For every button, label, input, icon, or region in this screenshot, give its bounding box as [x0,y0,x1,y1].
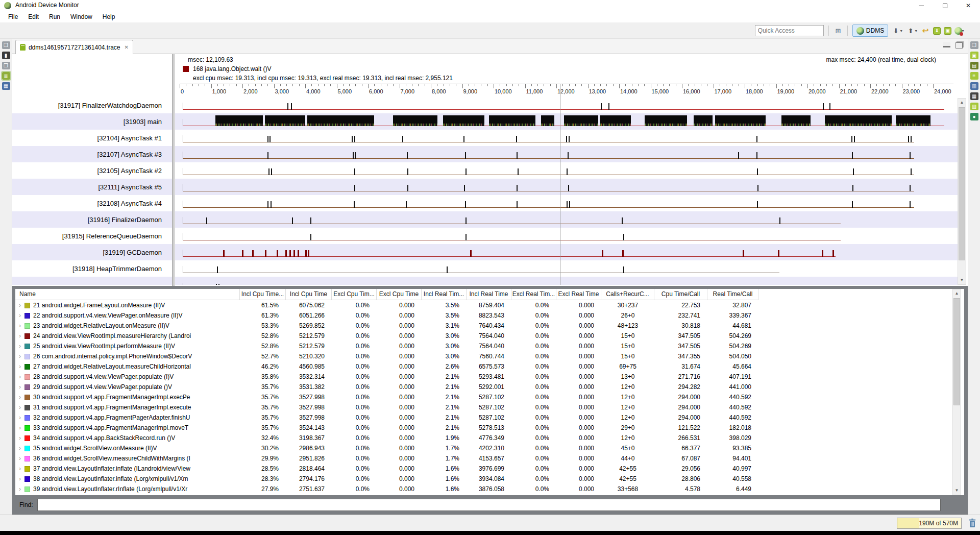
thread-row[interactable]: [31915] ReferenceQueueDaemon [12,228,958,244]
file-explorer-icon[interactable]: ▧ [970,103,978,110]
android-screenshot-icon[interactable]: ▣ [944,27,951,35]
threads-view-icon[interactable]: ≣ [2,72,10,80]
thread-row[interactable]: [31903] main [12,113,958,130]
table-row[interactable]: ›34 android.support.v4.app.BackStackReco… [15,433,964,443]
minimize-button[interactable] [910,0,933,11]
expander-icon[interactable]: › [15,372,24,382]
thread-row[interactable]: [32105] AsyncTask #2 [12,162,958,179]
thread-row[interactable]: [32111] AsyncTask #5 [12,179,958,195]
maximize-editor-icon[interactable] [955,42,963,48]
expander-icon[interactable]: › [15,331,24,341]
table-row[interactable]: ›27 android.widget.RelativeLayout.measur… [15,361,964,372]
expander-icon[interactable]: › [15,433,24,443]
logcat-icon[interactable]: ≡ [970,72,978,80]
column-header-incl_cpu_pct[interactable]: Incl Cpu Time... [240,289,286,300]
table-row[interactable]: ›35 android.widget.ScrollView.onMeasure … [15,443,964,453]
expander-icon[interactable]: › [15,412,24,423]
column-header-cpu_per_call[interactable]: Cpu Time/Call [654,289,707,300]
table-row[interactable]: ›37 android.view.LayoutInflater.inflate … [15,464,964,474]
thread-row[interactable]: [31918] HeapTrimmerDaemon [12,260,958,277]
expander-icon[interactable]: › [15,484,24,494]
thread-row[interactable]: [32108] AsyncTask #4 [12,195,958,211]
expander-icon[interactable]: › [15,382,24,392]
menu-run[interactable]: Run [44,12,65,21]
scroll-down-icon[interactable]: ▼ [958,276,966,284]
thread-row[interactable]: [31919] GCDaemon [12,244,958,260]
restore-pane-icon[interactable]: ❐ [970,41,978,49]
quick-access-input[interactable] [755,25,824,36]
column-header-excl_real_pct[interactable]: Excl Real Tim... [511,289,556,300]
table-scrollbar[interactable]: ▲ ▼ [952,289,961,495]
table-row[interactable]: ›30 android.support.v4.app.FragmentManag… [15,392,964,402]
table-row[interactable]: ›32 android.support.v4.app.FragmentPager… [15,412,964,423]
thread-row[interactable]: [31916] FinalizerDaemon [12,211,958,228]
column-header-calls[interactable]: Calls+RecurC... [601,289,654,300]
expander-icon[interactable]: › [15,310,24,321]
menu-edit[interactable]: Edit [23,12,44,21]
scroll-up-icon[interactable]: ▲ [953,289,961,298]
thread-row[interactable] [12,277,958,285]
table-row[interactable]: ›22 android.support.v4.view.ViewPager.on… [15,310,964,321]
restore-pane-icon[interactable]: ❐ [2,41,10,49]
table-row[interactable]: ›28 android.support.v4.view.ViewPager.po… [15,372,964,382]
expander-icon[interactable]: › [15,474,24,484]
scroll-up-icon[interactable]: ▲ [958,99,966,107]
table-row[interactable]: ›26 com.android.internal.policy.impl.Pho… [15,351,964,361]
trace-file-tab[interactable]: ddms146195717271361404.trace ✕ [15,40,133,54]
expander-icon[interactable]: › [15,351,24,361]
expander-icon[interactable]: › [15,321,24,331]
ddms-perspective-button[interactable]: DDMS [852,25,888,37]
minimize-editor-icon[interactable] [943,42,950,47]
table-row[interactable]: ›23 android.widget.RelativeLayout.onMeas… [15,321,964,331]
table-row[interactable]: ›31 android.support.v4.app.FragmentManag… [15,402,964,412]
expander-icon[interactable]: › [15,402,24,412]
heap-view-icon[interactable]: ▦ [2,82,10,90]
scrollbar-thumb[interactable] [959,107,965,260]
timeline-ruler[interactable]: 01,0002,0003,0004,0005,0006,0007,0008,00… [12,83,968,97]
expander-icon[interactable]: › [15,453,24,464]
maximize-button[interactable] [933,0,957,11]
device-view-icon[interactable]: ▮ [2,52,10,59]
allocation-tracker-icon[interactable]: ● [970,113,978,120]
find-input[interactable] [37,499,941,511]
column-header-incl_real[interactable]: Incl Real Time [467,289,511,300]
expander-icon[interactable]: › [15,300,24,310]
network-stats-icon[interactable]: ▦ [970,92,978,100]
column-header-incl_cpu[interactable]: Incl Cpu Time [286,289,332,300]
column-header-excl_cpu[interactable]: Excl Cpu Time [377,289,422,300]
column-header-name[interactable]: Name [15,289,240,300]
column-header-incl_real_pct[interactable]: Incl Real Tim... [422,289,467,300]
thread-row[interactable]: [31917] FinalizerWatchdogDaemon [12,97,958,113]
menu-file[interactable]: File [3,12,23,21]
expander-icon[interactable]: › [15,443,24,453]
emulator-control-icon[interactable]: ▤ [970,62,978,69]
expander-icon[interactable]: › [15,423,24,433]
table-row[interactable]: ›21 android.widget.FrameLayout.onMeasure… [15,300,964,310]
open-perspective-icon[interactable]: ⊞ [834,26,843,35]
column-header-real_per_call[interactable]: Real Time/Call [707,289,758,300]
run-icon[interactable] [954,27,962,35]
expander-icon[interactable]: › [15,361,24,372]
thread-row[interactable]: [32107] AsyncTask #3 [12,146,958,162]
table-row[interactable]: ›39 android.view.LayoutInflater.rInflate… [15,484,964,494]
console-icon[interactable]: ▥ [970,82,978,90]
table-row[interactable]: ›25 android.view.ViewRootImpl.performMea… [15,341,964,351]
expander-icon[interactable]: › [15,392,24,402]
back-arrow-icon[interactable]: ↩ [921,26,930,35]
column-header-excl_real[interactable]: Excl Real Time [556,289,601,300]
table-row[interactable]: ›24 android.view.ViewRootImpl.measureHie… [15,331,964,341]
names-column-separator[interactable] [172,54,175,286]
chevron-down-icon[interactable]: ▼ [914,29,918,33]
menu-help[interactable]: Help [97,12,120,21]
android-download-icon[interactable]: ⬇ [933,27,941,35]
expander-icon[interactable]: › [15,341,24,351]
tab-close-icon[interactable]: ✕ [123,44,128,50]
table-row[interactable]: ›29 android.support.v4.view.ViewPager.po… [15,382,964,392]
table-row[interactable]: ›38 android.view.LayoutInflater.inflate … [15,474,964,484]
scrollbar-thumb[interactable] [953,298,960,405]
scroll-down-icon[interactable]: ▼ [953,487,961,495]
timeline-scrollbar[interactable]: ▲ ▼ [958,98,966,285]
run-garbage-collector-icon[interactable] [968,518,976,528]
menu-window[interactable]: Window [65,12,97,21]
table-row[interactable]: ›33 android.support.v4.app.FragmentManag… [15,423,964,433]
